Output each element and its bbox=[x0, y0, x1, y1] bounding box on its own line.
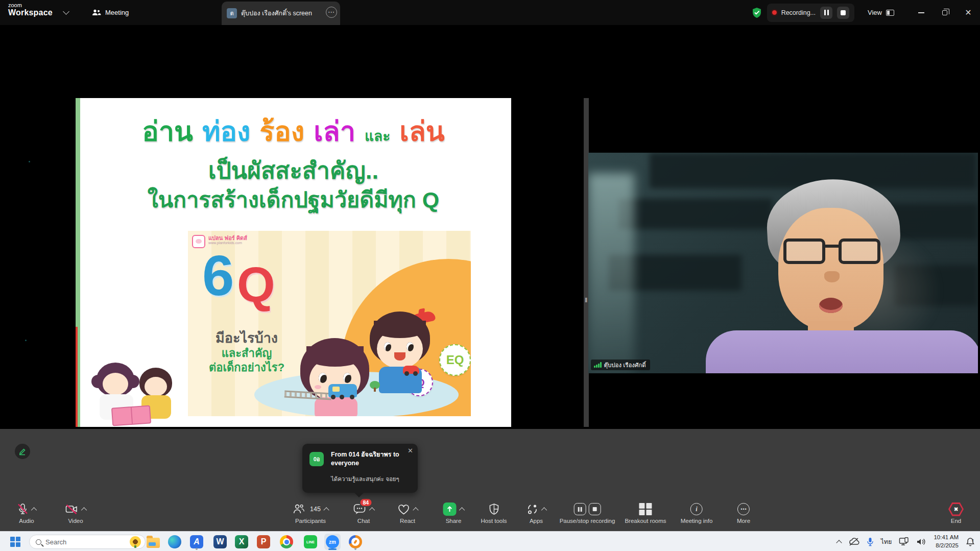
zoom-workspace-logo[interactable]: zoom Workspace bbox=[8, 3, 53, 17]
workspace-chevron-down-icon[interactable] bbox=[63, 8, 69, 15]
big-q-text: Q bbox=[237, 260, 275, 309]
participants-chevron-up-icon[interactable] bbox=[323, 507, 329, 513]
close-button[interactable]: ✕ bbox=[957, 0, 980, 25]
stop-icon bbox=[841, 10, 846, 15]
tray-clock[interactable]: 10:41 AM 8/2/2025 bbox=[934, 534, 959, 549]
taskbar-chrome[interactable] bbox=[278, 534, 295, 550]
chat-button[interactable]: 84 Chat bbox=[353, 502, 374, 524]
edge-icon bbox=[168, 535, 181, 548]
participants-button[interactable]: 145 Participants bbox=[293, 502, 328, 524]
host-tools-label: Host tools bbox=[481, 518, 507, 524]
onedrive-paused-icon[interactable] bbox=[848, 538, 859, 546]
taskbar-word[interactable]: W bbox=[212, 534, 228, 550]
apps-chevron-up-icon[interactable] bbox=[541, 507, 547, 513]
taskbar-powerpoint[interactable]: P bbox=[255, 534, 272, 550]
speaker-video-tile[interactable]: ตุ๊บปอง เรืองศักดิ์ bbox=[588, 153, 978, 373]
meeting-info-button[interactable]: i Meeting info bbox=[681, 502, 713, 524]
taskbar-search[interactable]: Search bbox=[29, 535, 146, 549]
screen-speck bbox=[25, 340, 27, 341]
brand-zoom: zoom bbox=[8, 3, 53, 9]
search-highlight-sunflower-icon[interactable] bbox=[130, 536, 141, 547]
view-button[interactable]: View bbox=[868, 9, 894, 16]
participants-label: Participants bbox=[295, 518, 326, 524]
tab-meeting[interactable]: Meeting bbox=[86, 0, 135, 25]
toy-tree bbox=[370, 381, 380, 389]
apps-icon bbox=[527, 503, 539, 515]
video-chevron-up-icon[interactable] bbox=[81, 507, 87, 513]
tray-chevron-up-icon[interactable] bbox=[836, 540, 842, 545]
participant-nameplate: ตุ๊บปอง เรืองศักดิ์ bbox=[591, 360, 650, 370]
react-label: React bbox=[400, 518, 415, 524]
titlebar-right-controls: Recording... View ✕ bbox=[752, 0, 980, 25]
minimize-button[interactable] bbox=[910, 0, 933, 25]
popup-close-icon[interactable]: ✕ bbox=[408, 447, 413, 454]
taskbar-line[interactable]: LINE bbox=[302, 534, 319, 550]
record-label: Pause/stop recording bbox=[560, 518, 615, 524]
title-word: ร้อง bbox=[259, 116, 304, 147]
taskbar-a-app[interactable]: A bbox=[188, 534, 205, 550]
info-icon: i bbox=[690, 503, 703, 515]
pause-recording-icon[interactable] bbox=[574, 503, 586, 515]
chat-sender-avatar: 0อ bbox=[309, 452, 324, 466]
taskbar-file-explorer[interactable] bbox=[145, 534, 161, 550]
annotate-button[interactable] bbox=[15, 444, 30, 459]
security-shield-icon[interactable] bbox=[752, 7, 762, 18]
speaker-icon[interactable] bbox=[916, 538, 926, 546]
breakout-rooms-button[interactable]: Breakout rooms bbox=[625, 502, 666, 524]
notification-bell-dnd-icon[interactable]: z bbox=[966, 537, 975, 546]
bottom-panel: 0อ From 014 อัจฉริยาพร to everyone ได้คว… bbox=[0, 429, 980, 531]
cast-display-icon[interactable] bbox=[899, 537, 909, 546]
line-icon: LINE bbox=[304, 535, 317, 548]
recording-controls: Recording... bbox=[767, 4, 854, 22]
share-button[interactable]: Share bbox=[443, 502, 464, 524]
participants-count: 145 bbox=[310, 506, 321, 513]
react-button[interactable]: React bbox=[397, 502, 418, 524]
audio-chevron-up-icon[interactable] bbox=[31, 507, 37, 513]
big-six-text: 6 bbox=[202, 247, 234, 304]
more-label: More bbox=[737, 518, 750, 524]
apps-button[interactable]: Apps bbox=[527, 502, 546, 524]
stop-recording-button[interactable] bbox=[837, 7, 849, 19]
react-chevron-up-icon[interactable] bbox=[413, 507, 418, 513]
chat-notification-popup[interactable]: 0อ From 014 อัจฉริยาพร to everyone ได้คว… bbox=[302, 444, 418, 493]
breakout-rooms-icon bbox=[639, 503, 652, 516]
language-indicator[interactable]: ไทย bbox=[881, 537, 892, 547]
chat-chevron-up-icon[interactable] bbox=[369, 507, 375, 513]
glasses-icon bbox=[783, 238, 880, 265]
host-tools-button[interactable]: Host tools bbox=[481, 502, 507, 524]
taskbar-excel[interactable]: X bbox=[233, 534, 250, 550]
tray-time: 10:41 AM bbox=[934, 534, 959, 542]
toy-train bbox=[328, 384, 357, 397]
taskbar-zoom-active[interactable]: zm bbox=[324, 534, 341, 550]
end-meeting-button[interactable]: ✖ End bbox=[948, 502, 964, 524]
pause-recording-button[interactable] bbox=[820, 7, 832, 19]
meeting-tab-label: Meeting bbox=[105, 9, 129, 16]
video-label: Video bbox=[68, 518, 83, 524]
audio-button[interactable]: Audio bbox=[17, 502, 36, 524]
zoom-app-window: zoom Workspace Meeting ต ตุ๊บปอง เรืองศั… bbox=[0, 0, 980, 551]
pause-stop-recording-button[interactable]: Pause/stop recording bbox=[560, 502, 615, 524]
stop-recording-icon[interactable] bbox=[589, 503, 601, 515]
shield-icon bbox=[488, 503, 499, 515]
screen-speck bbox=[29, 161, 30, 162]
divider-grip-icon[interactable]: ‖ bbox=[585, 296, 587, 304]
close-icon: ✕ bbox=[965, 9, 971, 17]
tab-shared-screen[interactable]: ต ตุ๊บปอง เรืองศักดิ์'s screen bbox=[222, 2, 340, 25]
svg-text:z: z bbox=[972, 538, 974, 542]
maximize-button[interactable] bbox=[933, 0, 957, 25]
brand-workspace: Workspace bbox=[8, 9, 53, 17]
more-button[interactable]: ⋯ More bbox=[737, 502, 750, 524]
toy-car bbox=[403, 366, 419, 374]
tab-options-ellipsis-icon[interactable]: ⋯ bbox=[326, 7, 337, 18]
audio-signal-icon bbox=[594, 362, 602, 368]
recording-dot-icon bbox=[772, 10, 777, 15]
mic-in-use-icon[interactable] bbox=[867, 537, 874, 546]
word-icon: W bbox=[213, 535, 227, 548]
taskbar-gauge-app[interactable] bbox=[347, 534, 364, 550]
system-tray: ไทย 10:41 AM 8/2/2025 z bbox=[837, 532, 980, 551]
video-button[interactable]: Video bbox=[65, 502, 86, 524]
taskbar-edge[interactable] bbox=[166, 534, 183, 550]
start-button[interactable] bbox=[7, 534, 23, 550]
title-word: อ่าน bbox=[142, 116, 193, 147]
share-chevron-up-icon[interactable] bbox=[459, 507, 465, 513]
